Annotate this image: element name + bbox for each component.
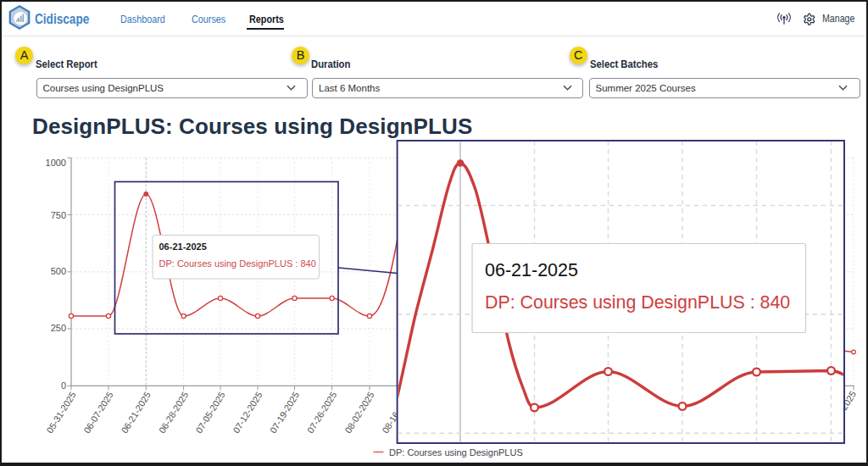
svg-text:06-21-2025: 06-21-2025	[159, 241, 207, 252]
svg-text:DP: Courses using DesignPLUS :: DP: Courses using DesignPLUS : 840	[485, 292, 790, 313]
svg-text:06-21-2025: 06-21-2025	[485, 260, 578, 280]
svg-text:0: 0	[61, 380, 66, 391]
svg-text:08-02-2025: 08-02-2025	[342, 390, 376, 435]
svg-text:07-12-2025: 07-12-2025	[231, 390, 264, 435]
svg-text:07-05-2025: 07-05-2025	[193, 390, 226, 435]
svg-text:250: 250	[51, 323, 66, 333]
svg-text:06-21-2025: 06-21-2025	[120, 390, 153, 435]
svg-text:DP: Courses using DesignPLUS: DP: Courses using DesignPLUS	[389, 447, 523, 458]
svg-text:05-31-2025: 05-31-2025	[44, 390, 77, 435]
svg-text:06-07-2025: 06-07-2025	[81, 390, 114, 435]
svg-text:500: 500	[51, 266, 66, 276]
svg-text:07-26-2025: 07-26-2025	[305, 390, 338, 435]
svg-text:750: 750	[51, 210, 66, 220]
svg-text:1000: 1000	[46, 158, 66, 168]
svg-text:07-19-2025: 07-19-2025	[268, 390, 301, 435]
svg-text:DP: Courses using DesignPLUS :: DP: Courses using DesignPLUS : 840	[159, 258, 316, 269]
svg-text:06-28-2025: 06-28-2025	[157, 390, 190, 435]
